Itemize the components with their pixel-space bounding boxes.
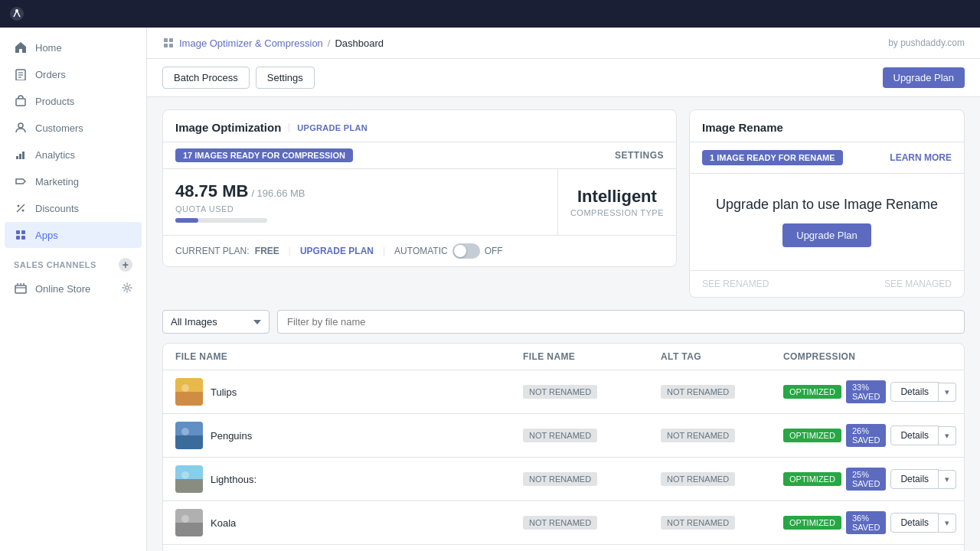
filename-tag-cell: NOT RENAMED — [523, 516, 661, 530]
sidebar-item-online-store[interactable]: Online Store — [5, 276, 142, 302]
table-header: File name File name ALT tag Compression — [163, 344, 964, 370]
sidebar-item-analytics[interactable]: Analytics — [5, 142, 142, 168]
status-tag: OPTIMIZED — [783, 472, 841, 486]
sidebar-label-analytics: Analytics — [35, 149, 75, 161]
toggle-state-label: OFF — [485, 246, 503, 256]
saved-tag: 25% SAVED — [846, 468, 886, 491]
svg-rect-17 — [21, 236, 25, 240]
svg-point-19 — [17, 283, 18, 285]
optimization-upgrade-link[interactable]: UPGRADE PLAN — [289, 123, 368, 132]
batch-process-button[interactable]: Batch Process — [162, 67, 250, 89]
col-header-compression: Compression — [783, 351, 952, 362]
alt-tag-cell: NOT RENAMED — [661, 516, 783, 530]
rename-upgrade-btn[interactable]: Upgrade Plan — [782, 223, 871, 247]
compression-cell: OPTIMIZED 36% SAVED Details ▾ — [783, 511, 952, 534]
table-body: Tulips NOT RENAMED NOT RENAMED OPTIMIZED… — [163, 370, 964, 551]
breadcrumb: Image Optimizer & Compression / Dashboar… — [162, 37, 384, 49]
customers-icon — [14, 121, 28, 135]
saved-tag: 33% SAVED — [846, 380, 886, 403]
sidebar-item-products[interactable]: Products — [5, 88, 142, 114]
file-name-cell: Penguins — [175, 422, 523, 449]
details-button[interactable]: Details — [890, 425, 939, 445]
alt-tag-cell: NOT RENAMED — [661, 385, 783, 399]
settings-button[interactable]: Settings — [256, 67, 315, 89]
sidebar: Home Orders Products Customers Analytics — [0, 28, 147, 551]
details-dropdown-arrow[interactable]: ▾ — [939, 470, 956, 489]
sidebar-item-marketing[interactable]: Marketing — [5, 168, 142, 194]
alt-tag: NOT RENAMED — [661, 429, 735, 442]
automatic-toggle[interactable] — [452, 243, 480, 259]
progress-bar-fill — [175, 218, 198, 223]
sidebar-item-discounts[interactable]: Discounts — [5, 195, 142, 221]
quota-separator: / 196.66 MB — [251, 187, 305, 199]
toolbar: Batch Process Settings Upgrade Plan — [147, 59, 980, 97]
col-header-filename: File name — [175, 351, 523, 362]
optimization-settings-link[interactable]: SETTINGS — [615, 150, 664, 161]
table-row: Tulips NOT RENAMED NOT RENAMED OPTIMIZED… — [163, 370, 964, 414]
status-tag: OPTIMIZED — [783, 429, 841, 442]
details-button[interactable]: Details — [890, 382, 939, 402]
see-renamed-link[interactable]: SEE RENAMED — [702, 279, 769, 289]
see-managed-link[interactable]: SEE MANAGED — [884, 279, 952, 289]
details-dropdown-arrow[interactable]: ▾ — [939, 383, 956, 402]
online-store-settings-icon[interactable] — [122, 282, 132, 295]
rename-learn-more-link[interactable]: LEARN MORE — [890, 152, 952, 163]
alt-tag-cell: NOT RENAMED — [661, 472, 783, 486]
sidebar-item-apps[interactable]: Apps — [5, 222, 142, 248]
details-button[interactable]: Details — [890, 513, 939, 533]
details-button[interactable]: Details — [890, 469, 939, 489]
sidebar-item-home[interactable]: Home — [5, 34, 142, 60]
file-name-text: Tulips — [211, 386, 237, 398]
svg-rect-6 — [16, 99, 25, 106]
filename-tag: NOT RENAMED — [523, 516, 597, 530]
details-dropdown-arrow[interactable]: ▾ — [939, 514, 956, 533]
svg-rect-9 — [19, 154, 21, 159]
upgrade-plan-button[interactable]: Upgrade Plan — [883, 67, 965, 88]
svg-point-0 — [10, 7, 24, 21]
rename-content-area: Upgrade plan to use Image Rename Upgrade… — [690, 173, 964, 270]
status-tag: OPTIMIZED — [783, 385, 841, 399]
footer-upgrade-link[interactable]: UPGRADE PLAN — [300, 246, 374, 256]
table-row: Jellyfish NOT RENAMED NOT RENAMED NOT OP… — [163, 545, 964, 551]
svg-point-7 — [18, 123, 23, 128]
toggle-knob — [454, 245, 466, 257]
quota-number: 48.75 MB — [175, 181, 248, 201]
breadcrumb-app-name[interactable]: Image Optimizer & Compression — [179, 37, 323, 49]
details-dropdown-arrow[interactable]: ▾ — [939, 426, 956, 445]
sidebar-item-customers[interactable]: Customers — [5, 115, 142, 141]
app-logo — [9, 6, 24, 21]
products-icon — [14, 94, 28, 108]
compression-cell: OPTIMIZED 25% SAVED Details ▾ — [783, 468, 952, 491]
rename-panel-header: Image Rename — [690, 110, 964, 142]
rename-ready-badge: 1 IMAGE READY FOR RENAME — [702, 150, 843, 165]
sidebar-label-online-store: Online Store — [35, 283, 90, 295]
svg-point-32 — [181, 428, 189, 435]
sidebar-label-orders: Orders — [35, 69, 66, 80]
rename-title: Image Rename — [702, 121, 783, 134]
table-row: Penguins NOT RENAMED NOT RENAMED OPTIMIZ… — [163, 414, 964, 458]
filename-tag-cell: NOT RENAMED — [523, 429, 661, 442]
image-table: File name File name ALT tag Compression … — [162, 343, 965, 551]
details-btn-group: Details ▾ — [890, 382, 956, 402]
compression-ready-badge: 17 IMAGES READY FOR COMPRESSION — [175, 148, 353, 162]
alt-tag: NOT RENAMED — [661, 472, 735, 486]
svg-rect-15 — [21, 230, 25, 234]
saved-tag: 36% SAVED — [846, 511, 886, 534]
alt-tag: NOT RENAMED — [661, 516, 735, 530]
svg-rect-18 — [15, 285, 26, 293]
svg-point-22 — [126, 286, 129, 289]
quota-label: QUOTA USED — [175, 204, 234, 214]
optimization-footer: CURRENT PLAN: FREE | UPGRADE PLAN | AUTO… — [163, 235, 676, 266]
sidebar-label-home: Home — [35, 42, 62, 54]
by-label: by pushdaddy.com — [888, 37, 965, 48]
details-btn-group: Details ▾ — [890, 425, 956, 445]
svg-point-1 — [15, 9, 18, 12]
file-name-cell: Lighthous: — [175, 465, 523, 493]
sidebar-label-marketing: Marketing — [35, 176, 79, 187]
sidebar-item-orders[interactable]: Orders — [5, 61, 142, 87]
orders-icon — [14, 67, 28, 81]
add-sales-channel-btn[interactable]: + — [119, 258, 132, 272]
filter-by-filename-input[interactable] — [277, 310, 965, 334]
svg-rect-28 — [175, 392, 203, 406]
images-filter-select[interactable]: All Images Optimized Not Optimized — [162, 310, 270, 334]
